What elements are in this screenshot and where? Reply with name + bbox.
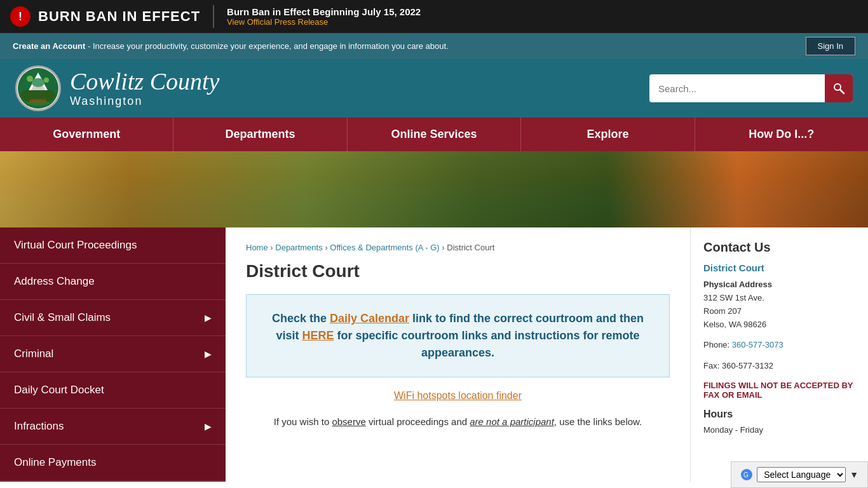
search-input[interactable] bbox=[649, 77, 825, 100]
hero-image bbox=[0, 151, 868, 227]
wifi-link-area: WiFi hotspots location finder bbox=[246, 390, 670, 402]
page-title: District Court bbox=[246, 261, 670, 281]
info-box: Check the Daily Calendar link to find th… bbox=[246, 294, 670, 377]
alert-link[interactable]: View Official Press Release bbox=[227, 17, 421, 27]
site-name-sub: Washington bbox=[70, 95, 219, 108]
account-bar: Create an Account - Increase your produc… bbox=[0, 33, 868, 59]
account-bar-suffix: - Increase your productivity, customize … bbox=[88, 41, 449, 51]
sidebar-item-label: Civil & Small Claims bbox=[14, 311, 111, 324]
svg-point-8 bbox=[27, 100, 50, 105]
alert-divider bbox=[213, 5, 214, 28]
search-icon bbox=[832, 82, 845, 95]
content-area: Virtual Court Proceedings Address Change… bbox=[0, 227, 868, 482]
info-box-text: Check the Daily Calendar link to find th… bbox=[262, 310, 654, 362]
address-label: Physical Address bbox=[703, 280, 855, 289]
sidebar-item-label: Address Change bbox=[14, 275, 95, 288]
hours-title: Hours bbox=[703, 409, 855, 420]
main-nav: Government Departments Online Services E… bbox=[0, 118, 868, 151]
sidebar-item-criminal[interactable]: Criminal ▶ bbox=[0, 336, 226, 372]
alert-text-block: Burn Ban in Effect Beginning July 15, 20… bbox=[227, 6, 421, 27]
sidebar-item-label: Online Payments bbox=[14, 456, 96, 469]
search-button[interactable] bbox=[825, 74, 853, 102]
right-panel: Contact Us District Court Physical Addre… bbox=[690, 227, 868, 482]
chevron-down-icon: ▼ bbox=[850, 470, 858, 480]
sidebar-item-address-change[interactable]: Address Change bbox=[0, 264, 226, 300]
chevron-right-icon: ▶ bbox=[205, 421, 212, 431]
breadcrumb-departments[interactable]: Departments bbox=[275, 243, 322, 252]
chevron-right-icon: ▶ bbox=[205, 313, 212, 323]
svg-point-5 bbox=[32, 78, 44, 87]
sidebar-item-label: Virtual Court Proceedings bbox=[14, 239, 137, 252]
sidebar-item-civil-small-claims[interactable]: Civil & Small Claims ▶ bbox=[0, 300, 226, 336]
sidebar-item-label: Infractions bbox=[14, 420, 64, 433]
svg-text:G: G bbox=[743, 471, 749, 478]
svg-line-10 bbox=[840, 90, 844, 93]
main-content: Home › Departments › Offices & Departmen… bbox=[226, 227, 690, 482]
site-name: Cowlitz County Washington bbox=[70, 69, 219, 109]
language-selector-bar: G Select Language ▼ bbox=[731, 461, 868, 482]
logo-svg bbox=[17, 67, 59, 109]
alert-icon: ! bbox=[10, 6, 31, 27]
language-select[interactable]: Select Language bbox=[757, 467, 846, 482]
svg-point-6 bbox=[27, 76, 33, 82]
body-text: If you wish to observe virtual proceedin… bbox=[246, 414, 670, 430]
sidebar-item-label: Criminal bbox=[14, 348, 53, 360]
daily-calendar-link[interactable]: Daily Calendar bbox=[330, 312, 409, 325]
nav-item-online-services[interactable]: Online Services bbox=[348, 118, 521, 151]
sidebar-item-daily-court-docket[interactable]: Daily Court Docket bbox=[0, 372, 226, 409]
nav-item-departments[interactable]: Departments bbox=[173, 118, 347, 151]
phone-link[interactable]: 360-577-3073 bbox=[732, 340, 783, 349]
site-name-title: Cowlitz County bbox=[70, 69, 219, 95]
account-bar-text: Create an Account - Increase your produc… bbox=[13, 41, 449, 51]
search-area bbox=[649, 74, 853, 102]
search-box bbox=[649, 74, 853, 102]
contact-subtitle: District Court bbox=[703, 262, 855, 273]
signin-button[interactable]: Sign In bbox=[806, 37, 855, 55]
breadcrumb-offices[interactable]: Offices & Departments (A - G) bbox=[330, 243, 439, 252]
sidebar-item-online-payments[interactable]: Online Payments bbox=[0, 445, 226, 481]
google-translate-icon: G bbox=[740, 468, 753, 481]
fax-notice: FILINGS WILL NOT BE ACCEPTED BY FAX OR E… bbox=[703, 381, 855, 400]
contact-fax: Fax: 360-577-3132 bbox=[703, 360, 855, 373]
alert-bar: ! BURN BAN IN EFFECT Burn Ban in Effect … bbox=[0, 0, 868, 33]
wifi-link[interactable]: WiFi hotspots location finder bbox=[394, 390, 522, 401]
alert-title: BURN BAN IN EFFECT bbox=[38, 8, 200, 25]
svg-point-7 bbox=[44, 78, 49, 83]
contact-phone: Phone: 360-577-3073 bbox=[703, 339, 855, 352]
sidebar-item-virtual-court[interactable]: Virtual Court Proceedings bbox=[0, 227, 226, 264]
sidebar-item-label: Daily Court Docket bbox=[14, 384, 104, 396]
breadcrumb-current: District Court bbox=[447, 243, 494, 252]
breadcrumb: Home › Departments › Offices & Departmen… bbox=[246, 243, 670, 252]
breadcrumb-home[interactable]: Home bbox=[246, 243, 268, 252]
here-link[interactable]: HERE bbox=[302, 329, 334, 342]
sidebar-item-infractions[interactable]: Infractions ▶ bbox=[0, 409, 226, 445]
nav-item-government[interactable]: Government bbox=[0, 118, 173, 151]
chevron-right-icon: ▶ bbox=[205, 349, 212, 359]
nav-item-explore[interactable]: Explore bbox=[521, 118, 695, 151]
alert-headline: Burn Ban in Effect Beginning July 15, 20… bbox=[227, 6, 421, 17]
site-header: Cowlitz County Washington bbox=[0, 59, 868, 118]
site-logo bbox=[15, 65, 61, 111]
logo-area: Cowlitz County Washington bbox=[15, 65, 219, 111]
hours-info: Monday - Friday bbox=[703, 424, 855, 437]
contact-address: 312 SW 1st Ave. Room 207 Kelso, WA 98626 bbox=[703, 292, 855, 331]
contact-title: Contact Us bbox=[703, 240, 855, 255]
nav-item-how-do-i[interactable]: How Do I...? bbox=[695, 118, 868, 151]
create-account-link[interactable]: Create an Account bbox=[13, 41, 85, 51]
sidebar: Virtual Court Proceedings Address Change… bbox=[0, 227, 226, 482]
